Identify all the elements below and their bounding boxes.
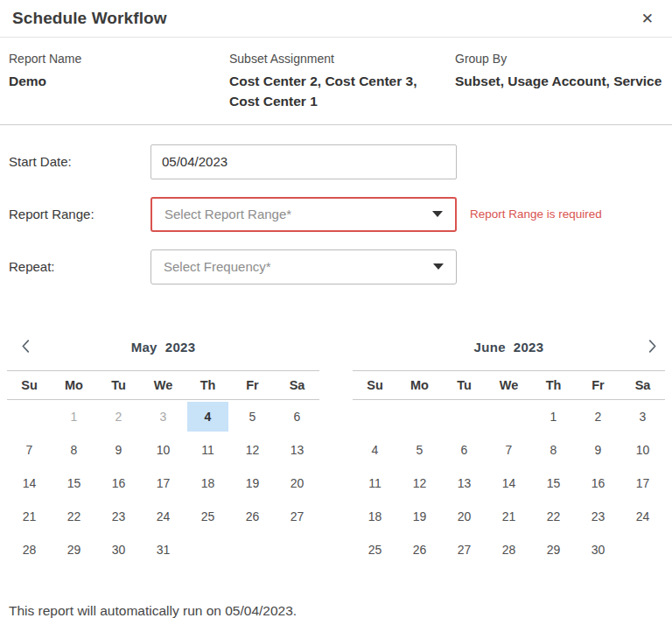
day-cell[interactable]: 9 — [576, 433, 620, 467]
schedule-form: Start Date: Report Range: Select Report … — [0, 125, 672, 284]
day-cell[interactable]: 16 — [96, 467, 141, 500]
day-cell[interactable]: 21 — [7, 500, 52, 533]
day-cell[interactable]: 19 — [230, 467, 275, 500]
repeat-select[interactable]: Select Frequency* — [150, 249, 457, 284]
day-cell-empty — [397, 400, 442, 433]
day-cell-selected[interactable]: 4 — [187, 402, 228, 432]
day-cell[interactable]: 15 — [52, 467, 96, 500]
day-cell[interactable]: 10 — [620, 433, 665, 467]
weekday-label: Tu — [96, 371, 141, 399]
day-cell[interactable]: 17 — [141, 467, 186, 500]
calendar-june: June 2023 SuMoTuWeThFrSa 123456789101112… — [353, 325, 665, 566]
weekday-label: Sa — [620, 371, 665, 399]
day-cell[interactable]: 3 — [141, 400, 186, 433]
prev-month-icon[interactable] — [14, 335, 37, 358]
day-cell[interactable]: 12 — [397, 467, 442, 500]
day-cell[interactable]: 21 — [486, 500, 531, 533]
report-name-label: Report Name — [9, 52, 229, 66]
group-by-label: Group By — [455, 52, 663, 66]
next-month-icon[interactable] — [640, 335, 663, 358]
calendar-month-title: May 2023 — [131, 340, 196, 355]
day-cell[interactable]: 26 — [230, 500, 275, 533]
day-cell[interactable]: 24 — [141, 500, 186, 533]
day-cell[interactable]: 28 — [486, 533, 531, 566]
day-cell[interactable]: 25 — [353, 533, 397, 566]
day-cell[interactable]: 19 — [397, 500, 442, 533]
day-cell[interactable]: 8 — [531, 433, 576, 467]
day-cell[interactable]: 3 — [620, 400, 665, 433]
day-cell[interactable]: 12 — [230, 433, 275, 467]
day-cell[interactable]: 6 — [442, 433, 486, 467]
day-cell[interactable]: 17 — [620, 467, 665, 500]
day-cell[interactable]: 11 — [186, 433, 230, 467]
calendar-month-title: June 2023 — [474, 340, 544, 355]
day-cell[interactable]: 11 — [353, 467, 397, 500]
repeat-label: Repeat: — [9, 259, 150, 274]
day-cell[interactable]: 9 — [96, 433, 141, 467]
weekday-label: Su — [353, 371, 397, 399]
day-cell[interactable]: 2 — [96, 400, 141, 433]
day-cell[interactable]: 30 — [96, 533, 141, 566]
summary-report-name: Report Name Demo — [9, 52, 229, 112]
day-cell[interactable]: 28 — [7, 533, 52, 566]
day-cell[interactable]: 6 — [275, 400, 319, 433]
day-cell[interactable]: 7 — [7, 433, 52, 467]
day-cell[interactable]: 20 — [275, 467, 319, 500]
chevron-down-icon — [432, 211, 443, 217]
calendar-june-header: June 2023 — [353, 325, 665, 371]
day-cell[interactable]: 25 — [186, 500, 230, 533]
day-cell-empty — [486, 400, 531, 433]
day-cell[interactable]: 1 — [531, 400, 576, 433]
day-cell[interactable]: 22 — [531, 500, 576, 533]
weekday-label: Th — [186, 371, 230, 399]
report-name-value: Demo — [9, 71, 229, 91]
day-cell[interactable]: 31 — [141, 533, 186, 566]
day-cell[interactable]: 4 — [353, 433, 397, 467]
day-cell[interactable]: 22 — [52, 500, 96, 533]
day-cell[interactable]: 1 — [52, 400, 96, 433]
day-cell[interactable]: 23 — [576, 500, 620, 533]
day-cell[interactable]: 23 — [96, 500, 141, 533]
day-cell[interactable]: 18 — [186, 467, 230, 500]
day-cell[interactable]: 30 — [576, 533, 620, 566]
day-cell[interactable]: 27 — [275, 500, 319, 533]
day-cell[interactable]: 20 — [442, 500, 486, 533]
day-cell[interactable]: 5 — [397, 433, 442, 467]
dialog-header: Schedule Workflow ✕ — [0, 0, 672, 38]
start-date-label: Start Date: — [9, 154, 150, 169]
report-range-select[interactable]: Select Report Range* — [150, 197, 457, 232]
day-cell[interactable]: 29 — [52, 533, 96, 566]
close-icon[interactable]: ✕ — [636, 8, 659, 30]
calendar-may: May 2023 SuMoTuWeThFrSa 1234567891011121… — [7, 325, 319, 566]
day-cell[interactable]: 15 — [531, 467, 576, 500]
day-cell[interactable]: 7 — [486, 433, 531, 467]
summary-group-by: Group By Subset, Usage Account, Service — [455, 52, 663, 112]
weekday-label: Fr — [230, 371, 275, 399]
day-cell[interactable]: 13 — [442, 467, 486, 500]
day-cell[interactable]: 10 — [141, 433, 186, 467]
start-date-input[interactable] — [150, 144, 457, 179]
day-cell[interactable]: 8 — [52, 433, 96, 467]
day-cell[interactable]: 2 — [576, 400, 620, 433]
day-cell[interactable]: 16 — [576, 467, 620, 500]
day-cell[interactable]: 24 — [620, 500, 665, 533]
day-cell[interactable]: 14 — [486, 467, 531, 500]
weekday-label: Tu — [442, 371, 486, 399]
weekday-row: SuMoTuWeThFrSa — [353, 371, 665, 400]
weekday-label: Th — [531, 371, 576, 399]
day-cell[interactable]: 5 — [230, 400, 275, 433]
day-cell[interactable]: 18 — [353, 500, 397, 533]
start-date-row: Start Date: — [9, 144, 663, 179]
day-cell[interactable]: 27 — [442, 533, 486, 566]
report-range-row: Report Range: Select Report Range* Repor… — [9, 197, 663, 232]
month-name: May — [131, 340, 158, 355]
day-cell[interactable]: 13 — [275, 433, 319, 467]
year-label: 2023 — [165, 340, 196, 355]
year-label: 2023 — [514, 340, 544, 355]
day-cell[interactable]: 14 — [7, 467, 52, 500]
day-cell-empty — [353, 400, 397, 433]
month-name: June — [474, 340, 506, 355]
day-cell[interactable]: 26 — [397, 533, 442, 566]
day-cell-empty — [442, 400, 486, 433]
day-cell[interactable]: 29 — [531, 533, 576, 566]
